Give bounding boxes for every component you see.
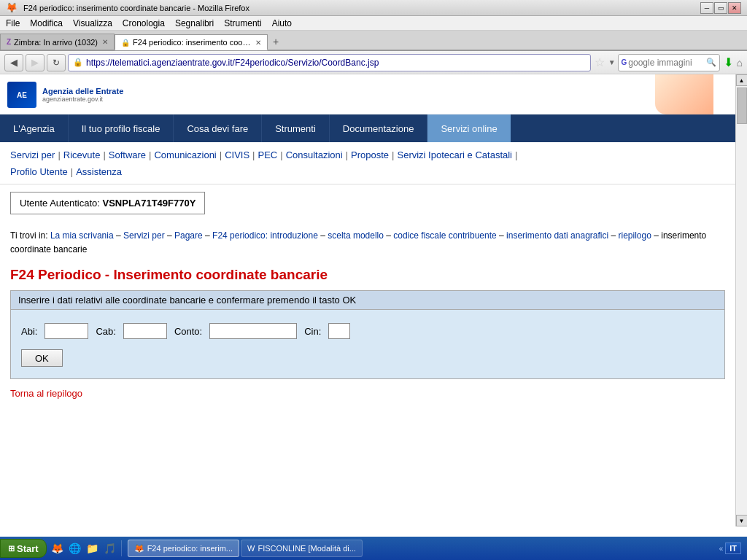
tab-zimbra-icon: Z [7, 38, 11, 46]
nav-servizi[interactable]: Servizi online [427, 114, 510, 142]
breadcrumb-scelta[interactable]: scelta modello [328, 230, 384, 241]
tab-zimbra-label: Zimbra: In arrivo (1032) [14, 38, 98, 47]
nav-cosa[interactable]: Cosa devi fare [174, 114, 262, 142]
scrollbar[interactable]: ▲ ▼ [735, 74, 747, 526]
breadcrumb-f24intro[interactable]: F24 periodico: introduzione [212, 230, 318, 241]
sub-nav-pec[interactable]: PEC [258, 147, 278, 163]
top-nav: L'Agenzia Il tuo profilo fiscale Cosa de… [0, 114, 735, 142]
menu-segnalibri[interactable]: Segnalibri [175, 18, 214, 28]
sep-5: | [252, 147, 255, 163]
menu-file[interactable]: File [6, 18, 20, 28]
search-box[interactable]: G 🔍 [618, 54, 720, 71]
tab-f24-label: F24 periodico: inserimento coordinate ba… [133, 38, 251, 47]
sub-nav-civis[interactable]: CIVIS [225, 147, 249, 163]
sub-nav-consultazioni[interactable]: Consultazioni [286, 147, 343, 163]
conto-label: Conto: [174, 326, 202, 337]
maximize-btn[interactable]: ▭ [714, 2, 727, 14]
scroll-thumb[interactable] [737, 88, 747, 124]
breadcrumb-sep2: – [167, 230, 174, 241]
nav-documentazione[interactable]: Documentazione [330, 114, 428, 142]
breadcrumb-riepilogo[interactable]: riepilogo [619, 230, 651, 241]
sub-nav-profilo[interactable]: Profilo Utente [10, 163, 68, 180]
header-person [655, 74, 713, 114]
user-label: Utente Autenticato: [20, 198, 100, 209]
tab-zimbra-close[interactable]: ✕ [102, 38, 108, 46]
form-section-body: Abi: Cab: Conto: Cin: OK [11, 310, 724, 378]
sep-2: | [103, 147, 105, 163]
browser-titlebar: 🦊 F24 periodico: inserimento coordinate … [0, 0, 747, 16]
sub-nav-software[interactable]: Software [109, 147, 146, 163]
lock-icon: 🔒 [73, 58, 83, 67]
breadcrumb-trovi: Ti trovi in: [10, 230, 50, 241]
sub-nav-comunicazioni[interactable]: Comunicazioni [154, 147, 216, 163]
tab-f24-close[interactable]: ✕ [255, 39, 261, 47]
browser-tabs: Z Zimbra: In arrivo (1032) ✕ 🔒 F24 perio… [0, 31, 747, 51]
breadcrumb-pagare[interactable]: Pagare [174, 230, 203, 241]
breadcrumb: Ti trovi in: La mia scrivania – Servizi … [10, 229, 725, 257]
breadcrumb-sep1: – [116, 230, 123, 241]
browser-menubar: File Modifica Visualizza Cronologia Segn… [0, 16, 747, 31]
new-tab-btn[interactable]: + [268, 34, 284, 50]
close-btn[interactable]: ✕ [728, 2, 741, 14]
form-section-header: Inserire i dati relativi alle coordinate… [11, 291, 724, 310]
nav-strumenti[interactable]: Strumenti [262, 114, 330, 142]
sep-1: | [58, 147, 60, 163]
form-instruction: Inserire i dati relativi alle coordinate… [18, 295, 356, 306]
abi-input[interactable] [44, 323, 88, 339]
back-link[interactable]: Torna al riepilogo [10, 388, 82, 399]
breadcrumb-sep6: – [499, 230, 506, 241]
minimize-btn[interactable]: ─ [700, 2, 713, 14]
sep-6: | [280, 147, 282, 163]
search-input[interactable] [628, 58, 705, 68]
nav-lagenzia[interactable]: L'Agenzia [0, 114, 69, 142]
tab-f24[interactable]: 🔒 F24 periodico: inserimento coordinate … [115, 34, 268, 50]
sep-7: | [346, 147, 348, 163]
back-nav-btn[interactable]: ◀ [4, 54, 23, 71]
breadcrumb-sep7: – [611, 230, 618, 241]
back-link-container: Torna al riepilogo [10, 388, 725, 399]
sep-10: | [71, 163, 73, 180]
nav-profilo[interactable]: Il tuo profilo fiscale [69, 114, 174, 142]
download-icon[interactable]: ⬇ [724, 55, 733, 69]
breadcrumb-scrivania[interactable]: La mia scrivania [50, 230, 114, 241]
sep-9: | [515, 147, 517, 163]
menu-aiuto[interactable]: Aiuto [272, 18, 292, 28]
sub-nav-assistenza[interactable]: Assistenza [76, 163, 122, 180]
down-arrow-icon[interactable]: ▼ [608, 58, 616, 66]
menu-strumenti[interactable]: Strumenti [224, 18, 261, 28]
sub-nav-ipotecari[interactable]: Servizi Ipotecari e Catastali [398, 147, 513, 163]
sub-nav-proposte[interactable]: Proposte [351, 147, 389, 163]
sub-nav-servizi[interactable]: Servizi per [10, 147, 55, 163]
star-icon[interactable]: ☆ [595, 55, 605, 69]
forward-nav-btn[interactable]: ▶ [26, 54, 44, 71]
menu-cronologia[interactable]: Cronologia [123, 18, 165, 28]
home-icon[interactable]: ⌂ [737, 57, 743, 69]
ok-button[interactable]: OK [21, 349, 63, 367]
scroll-up-btn[interactable]: ▲ [736, 74, 748, 86]
sub-nav-ricevute[interactable]: Ricevute [63, 147, 101, 163]
search-go-icon[interactable]: 🔍 [706, 58, 716, 67]
tab-f24-icon: 🔒 [121, 39, 130, 47]
browser-title: F24 periodico: inserimento coordinate ba… [23, 4, 249, 12]
menu-modifica[interactable]: Modifica [30, 18, 63, 28]
scroll-down-btn[interactable]: ▼ [736, 515, 748, 526]
sep-8: | [392, 147, 394, 163]
sep-3: | [149, 147, 151, 163]
breadcrumb-sep4: – [320, 230, 328, 241]
menu-visualizza[interactable]: Visualizza [73, 18, 112, 28]
google-icon: G [622, 58, 627, 66]
cin-input[interactable] [328, 323, 350, 339]
breadcrumb-codice[interactable]: codice fiscale contribuente [393, 230, 496, 241]
conto-input[interactable] [209, 323, 297, 339]
address-bar[interactable]: 🔒 https://telematici.agenziaentrate.gov.… [68, 54, 591, 71]
browser-toolbar: ◀ ▶ ↻ 🔒 https://telematici.agenziaentrat… [0, 51, 747, 74]
refresh-btn[interactable]: ↻ [47, 54, 66, 71]
tab-zimbra[interactable]: Z Zimbra: In arrivo (1032) ✕ [0, 34, 115, 50]
cab-input[interactable] [123, 323, 167, 339]
breadcrumb-servizi[interactable]: Servizi per [123, 230, 165, 241]
user-code: VSNPLA71T49F770Y [102, 198, 196, 209]
abi-label: Abi: [21, 326, 37, 337]
header-area: AE Agenzia delle Entrate agenziaentrate.… [0, 74, 735, 114]
ok-btn-row: OK [21, 349, 714, 367]
breadcrumb-dati[interactable]: inserimento dati anagrafici [506, 230, 608, 241]
